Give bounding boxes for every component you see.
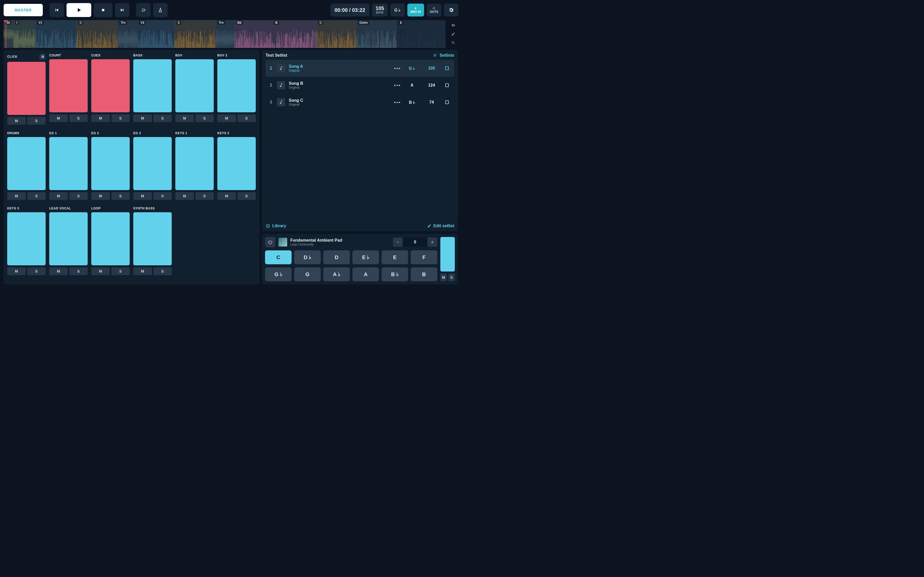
mute-button[interactable]: M <box>217 114 236 122</box>
track-fader[interactable] <box>91 212 130 265</box>
solo-button[interactable]: S <box>153 114 172 122</box>
key-display[interactable]: G ♭ <box>390 3 405 16</box>
pad-key-button[interactable]: D ♭ <box>294 250 321 264</box>
stepper-plus[interactable] <box>428 237 437 247</box>
track-fader[interactable] <box>175 59 214 112</box>
song-more-button[interactable] <box>392 102 402 103</box>
solo-button[interactable]: S <box>237 192 256 200</box>
mute-button[interactable]: M <box>175 114 194 122</box>
bpm-display[interactable]: 105 BPM <box>372 3 388 16</box>
solo-button[interactable]: S <box>69 114 88 122</box>
solo-button[interactable]: S <box>195 114 214 122</box>
prev-button[interactable] <box>50 3 64 17</box>
pad-key-button[interactable]: E <box>381 250 408 264</box>
pad-key-button[interactable]: A ♭ <box>323 268 350 281</box>
setlists-link[interactable]: Setlists <box>433 53 454 58</box>
pad-key-button[interactable]: A <box>352 268 379 281</box>
pad-key-button[interactable]: G ♭ <box>265 268 292 281</box>
mute-button[interactable]: M <box>7 192 26 200</box>
midi-in-button[interactable]: MIDI IN <box>407 3 424 16</box>
solo-button[interactable]: S <box>153 192 172 200</box>
song-stop-button[interactable] <box>442 66 452 70</box>
pad-key-button[interactable]: B ♭ <box>381 268 408 281</box>
track-gear-button[interactable] <box>39 53 46 60</box>
track-fader[interactable] <box>7 62 46 115</box>
master-button[interactable]: MASTER <box>3 4 43 16</box>
mute-button[interactable]: M <box>49 114 68 122</box>
mute-button[interactable]: M <box>49 268 68 275</box>
pad-key-button[interactable]: D <box>323 250 350 264</box>
track-fader[interactable] <box>49 137 88 190</box>
track-fader[interactable] <box>133 212 172 265</box>
pad-key-button[interactable]: C <box>265 250 292 264</box>
outs-button[interactable]: OUTS <box>426 3 441 16</box>
mute-button[interactable]: M <box>133 114 152 122</box>
eye-icon[interactable] <box>451 23 455 27</box>
pad-fader[interactable] <box>440 237 455 271</box>
track-fader[interactable] <box>7 212 46 265</box>
track-fader[interactable] <box>133 59 172 112</box>
mute-button[interactable]: M <box>7 117 26 125</box>
library-link[interactable]: Library <box>265 224 286 228</box>
timeline-segment[interactable]: Trn <box>216 20 234 48</box>
solo-button[interactable]: S <box>69 192 88 200</box>
mute-button[interactable]: M <box>175 192 194 200</box>
song-row[interactable]: 3 Song COriginal B ♭ 74 <box>265 94 454 111</box>
timeline-segment[interactable]: B <box>272 20 316 48</box>
stop-button[interactable] <box>94 3 112 17</box>
mute-button[interactable]: M <box>49 192 68 200</box>
pad-key-button[interactable]: B <box>411 268 437 281</box>
mute-button[interactable]: M <box>217 192 236 200</box>
next-button[interactable] <box>115 3 129 17</box>
settings-button[interactable] <box>444 3 459 16</box>
track-fader[interactable] <box>91 137 130 190</box>
mute-button[interactable]: M <box>133 268 152 275</box>
timeline-segment[interactable]: E <box>397 20 446 48</box>
timeline-segment[interactable]: Bd <box>234 20 272 48</box>
track-fader[interactable] <box>133 137 172 190</box>
timeline-segment[interactable]: C <box>77 20 118 48</box>
pad-mute-button[interactable]: M <box>440 274 447 281</box>
track-fader[interactable] <box>49 212 88 265</box>
solo-button[interactable]: S <box>153 268 172 275</box>
pencil-icon[interactable] <box>451 32 455 36</box>
timeline-segment[interactable]: St <box>3 20 13 48</box>
timeline-segment[interactable]: Trn <box>118 20 137 48</box>
timeline[interactable]: StIV1CTrnV2CTrnBdBCOutroE <box>3 20 446 48</box>
mute-button[interactable]: M <box>7 268 26 275</box>
solo-button[interactable]: S <box>237 114 256 122</box>
timeline-segment[interactable]: V2 <box>137 20 174 48</box>
zoom-icon[interactable] <box>451 41 455 45</box>
stepper-minus[interactable] <box>393 237 403 247</box>
timeline-segment[interactable]: C <box>317 20 356 48</box>
track-fader[interactable] <box>217 137 256 190</box>
pad-key-button[interactable]: E ♭ <box>352 250 379 264</box>
timeline-segment[interactable]: C <box>174 20 215 48</box>
solo-button[interactable]: S <box>27 268 46 275</box>
solo-button[interactable]: S <box>69 268 88 275</box>
song-more-button[interactable] <box>392 68 402 69</box>
loop-button[interactable] <box>136 3 150 17</box>
mute-button[interactable]: M <box>91 192 110 200</box>
edit-setlist-link[interactable]: Edit setlist <box>427 224 454 228</box>
song-row[interactable]: 2 Song BOriginal A 124 <box>265 77 454 94</box>
track-fader[interactable] <box>217 59 256 112</box>
solo-button[interactable]: S <box>111 268 130 275</box>
timeline-segment[interactable]: Outro <box>356 20 397 48</box>
mute-button[interactable]: M <box>91 114 110 122</box>
metronome-button[interactable] <box>153 3 168 17</box>
timeline-segment[interactable]: I <box>13 20 36 48</box>
pad-solo-button[interactable]: S <box>448 274 455 281</box>
mute-button[interactable]: M <box>133 192 152 200</box>
song-stop-button[interactable] <box>442 100 452 104</box>
solo-button[interactable]: S <box>195 192 214 200</box>
solo-button[interactable]: S <box>27 192 46 200</box>
solo-button[interactable]: S <box>111 192 130 200</box>
timeline-segment[interactable]: V1 <box>36 20 76 48</box>
play-button[interactable] <box>66 3 91 17</box>
track-fader[interactable] <box>175 137 214 190</box>
solo-button[interactable]: S <box>111 114 130 122</box>
track-fader[interactable] <box>91 59 130 112</box>
track-fader[interactable] <box>49 59 88 112</box>
song-stop-button[interactable] <box>442 84 452 87</box>
